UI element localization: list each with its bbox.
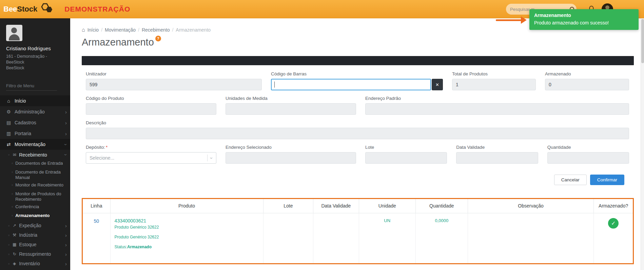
- confirm-button[interactable]: Confirmar: [590, 175, 624, 185]
- codigo-barras-field[interactable]: [271, 79, 431, 90]
- sidebar-item-portaria[interactable]: ▥ Portaria ›: [0, 128, 70, 139]
- user-org-line2: BeeStock: [6, 65, 65, 71]
- cell-produto: 433400003621 Produto Genérico 32622 Prod…: [110, 213, 263, 263]
- tag-icon: ◈: [12, 261, 17, 266]
- quantidade-label: Quantidade: [547, 145, 629, 150]
- sidebar-item-label: Armazenamento: [15, 213, 50, 218]
- breadcrumb-separator: /: [172, 27, 173, 33]
- data-validade-field[interactable]: [456, 152, 538, 164]
- lote-field[interactable]: [365, 152, 447, 164]
- grid-icon: ▦: [12, 242, 17, 247]
- produto-code-link[interactable]: 433400003621: [115, 218, 260, 223]
- sidebar-item-monitor-de-produtos[interactable]: ○ Monitor de Produtos do Recebimento: [0, 190, 70, 203]
- sidebar-item-documento-de-entrada-manual[interactable]: ○ Documento de Entrada Manual: [0, 168, 70, 181]
- refresh-icon: ↻: [12, 252, 17, 256]
- sidebar-item-label: Movimentação: [15, 142, 45, 147]
- required-asterisk: *: [106, 145, 108, 150]
- breadcrumb-inicio[interactable]: Início: [87, 27, 99, 33]
- breadcrumb-movimentacao[interactable]: Movimentação: [105, 27, 136, 33]
- home-icon: ⌂: [5, 98, 12, 104]
- sidebar-item-documentos-de-entrada[interactable]: ○ Documentos de Entrada: [0, 160, 70, 168]
- bullet-icon: ○: [12, 193, 13, 195]
- panel-header-bar: [82, 56, 634, 65]
- cancel-button[interactable]: Cancelar: [554, 175, 587, 185]
- exchange-icon: ⇄: [5, 142, 12, 147]
- linha-link[interactable]: 50: [94, 218, 99, 224]
- col-armazenado: Armazenado?: [594, 199, 633, 213]
- sidebar-item-recebimento[interactable]: ○ ✉ Recebimento ›: [0, 150, 70, 160]
- sidebar-item-label: Documento de Entrada Manual: [15, 169, 67, 180]
- descricao-field[interactable]: [86, 128, 629, 139]
- bullet-icon: ○: [8, 253, 9, 255]
- sidebar-item-armazenamento[interactable]: ○ Armazenamento: [0, 212, 70, 221]
- breadcrumb-recebimento[interactable]: Recebimento: [142, 27, 170, 33]
- help-icon[interactable]: ?: [155, 36, 161, 41]
- hexagon-logo-icon: [39, 2, 53, 16]
- bullet-icon: ○: [8, 263, 9, 265]
- list-icon: ▤: [5, 120, 12, 125]
- cell-quantidade: 0,0000: [415, 213, 468, 263]
- unitizador-field[interactable]: [86, 79, 262, 90]
- deposito-select[interactable]: Selecione... ›: [86, 152, 216, 164]
- sidebar-item-administracao[interactable]: ⚙ Administração ›: [0, 106, 70, 117]
- codigo-produto-field[interactable]: [86, 103, 216, 115]
- beestock-logo[interactable]: BeeStock: [3, 2, 53, 16]
- products-table: Linha Produto Lote Data Validade Unidade…: [82, 198, 634, 264]
- sidebar-item-label: Indústria: [19, 232, 37, 238]
- chevron-right-icon: ›: [65, 120, 67, 125]
- sidebar-item-inventario[interactable]: ○ ◈ Inventário ›: [0, 259, 70, 268]
- bullet-icon: ○: [8, 244, 9, 246]
- menu-filter-input[interactable]: [6, 81, 57, 91]
- sidebar: Cristiano Rodrigues 161 - Demonstração -…: [0, 18, 70, 270]
- home-icon[interactable]: ⌂: [82, 27, 85, 33]
- sidebar-item-conferencia[interactable]: ○ Conferência: [0, 203, 70, 212]
- lote-label: Lote: [365, 145, 447, 150]
- toast-message: Produto armazenado com sucesso!: [534, 20, 634, 25]
- deposito-label: Depósito:*: [86, 145, 216, 150]
- armazenado-field[interactable]: [545, 79, 629, 90]
- col-quantidade: Quantidade: [415, 199, 468, 213]
- cell-armazenado: ✓: [594, 213, 633, 263]
- text-caret: [274, 82, 275, 88]
- close-icon: ✕: [435, 82, 439, 87]
- scrollbar-thumb[interactable]: [641, 19, 644, 63]
- chevron-right-icon: ›: [65, 242, 67, 247]
- breadcrumb-separator: /: [138, 27, 139, 33]
- endereco-padrao-field[interactable]: [365, 103, 629, 115]
- quantidade-field[interactable]: [547, 152, 629, 164]
- menu-filter: [6, 81, 64, 91]
- sidebar-item-estoque[interactable]: ○ ▦ Estoque ›: [0, 240, 70, 249]
- col-linha: Linha: [83, 199, 110, 213]
- endereco-selecionado-field[interactable]: [226, 152, 356, 164]
- user-profile: Cristiano Rodrigues 161 - Demonstração -…: [0, 18, 70, 71]
- main-content: ⌂ Início / Movimentação / Recebimento / …: [70, 18, 641, 270]
- bullet-icon: ○: [12, 184, 13, 186]
- cell-data-validade: [313, 213, 359, 263]
- sidebar-item-label: Monitor de Recebimento: [15, 182, 63, 188]
- sidebar-item-inicio[interactable]: ⌂ Início: [0, 95, 70, 106]
- sidebar-item-monitor-de-recebimento[interactable]: ○ Monitor de Recebimento: [0, 181, 70, 190]
- gate-icon: ▥: [5, 131, 12, 136]
- sidebar-item-industria[interactable]: ○ ⚒ Indústria ›: [0, 230, 70, 240]
- bullet-icon: ○: [12, 171, 13, 173]
- sidebar-item-ressuprimento[interactable]: ○ ↻ Ressuprimento ›: [0, 249, 70, 259]
- clear-barcode-button[interactable]: ✕: [432, 79, 443, 90]
- unidades-medida-field[interactable]: [226, 103, 356, 115]
- chevron-right-icon: ›: [65, 233, 67, 238]
- deposito-select-value: Selecione...: [90, 155, 114, 161]
- vertical-scrollbar[interactable]: [641, 18, 644, 270]
- gears-icon: ⚙: [5, 109, 12, 114]
- page-title: Armazenamento?: [82, 37, 634, 48]
- profile-avatar[interactable]: [6, 25, 22, 41]
- total-produtos-field[interactable]: [452, 79, 536, 90]
- sidebar-item-cadastros[interactable]: ▤ Cadastros ›: [0, 117, 70, 128]
- chevron-right-icon: ›: [65, 109, 67, 114]
- sidebar-item-label: Monitor de Produtos do Recebimento: [15, 191, 67, 202]
- breadcrumb-separator: /: [101, 27, 102, 33]
- sidebar-item-label: Portaria: [15, 131, 31, 136]
- sidebar-item-expedicao[interactable]: ○ ↗ Expedição ›: [0, 221, 70, 230]
- total-produtos-label: Total de Produtos: [452, 71, 536, 76]
- sidebar-item-movimentacao[interactable]: ⇄ Movimentação ›: [0, 139, 70, 150]
- produto-status: Status:Armazenado: [115, 245, 260, 249]
- select-divider: [207, 155, 208, 161]
